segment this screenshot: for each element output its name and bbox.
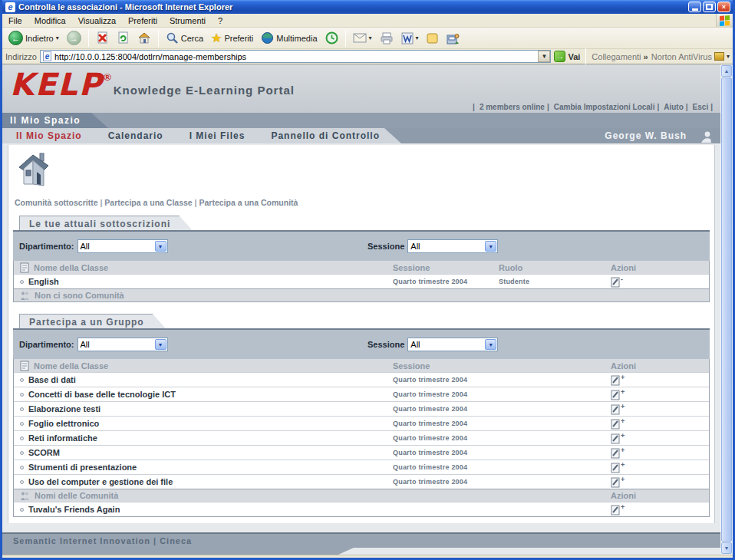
class-link[interactable]: Strumenti di presentazione xyxy=(28,463,137,472)
class-row: SCORM Quarto trimestre 2004 + xyxy=(14,445,709,460)
department-select[interactable]: All ▼ xyxy=(77,239,168,253)
department-select[interactable]: All ▼ xyxy=(77,338,168,351)
session-link[interactable]: 2 members online xyxy=(477,103,547,111)
menu-file[interactable]: File xyxy=(2,15,28,27)
class-link[interactable]: English xyxy=(28,277,59,286)
class-row: Uso del computer e gestione dei file Qua… xyxy=(14,474,709,489)
unsubscribe-action-icon[interactable]: - xyxy=(611,276,623,288)
media-globe-icon xyxy=(261,31,274,44)
tab-i-miei-files[interactable]: I Miei Files xyxy=(190,130,246,141)
subscribe-action-icon[interactable]: + xyxy=(611,504,625,516)
tab-pannello-di-controllo[interactable]: Pannello di Controllo xyxy=(271,130,380,141)
favorites-button[interactable]: ★ Preferiti xyxy=(208,29,256,47)
browser-toolbar: ← Indietro ▾ → Cerca ★ Preferiti Multime… xyxy=(2,28,733,49)
subscriptions-title: Le tue attuali sottoscrizioni xyxy=(19,216,193,231)
search-button[interactable]: Cerca xyxy=(163,30,206,46)
vertical-scrollbar[interactable]: ▲ ▼ xyxy=(720,64,733,555)
web-page: KELP® Knowledge E-Learning Portal 2 memb… xyxy=(2,64,720,555)
class-link[interactable]: Reti informatiche xyxy=(28,433,97,443)
edit-word-button[interactable]: ▾ xyxy=(398,31,422,46)
class-link[interactable]: Base di dati xyxy=(28,375,76,384)
subscribe-action-icon[interactable]: + xyxy=(611,476,625,488)
menu-modifica[interactable]: Modifica xyxy=(28,15,72,27)
breadcrumb-link[interactable]: Comunità sottoscritte xyxy=(15,198,98,207)
class-list-icon xyxy=(20,361,29,371)
back-button[interactable]: ← Indietro ▾ xyxy=(5,29,62,47)
toolbar-separator xyxy=(88,30,89,47)
community-link[interactable]: Tuvalu's Friends Again xyxy=(28,505,120,514)
address-dropdown-icon[interactable]: ▼ xyxy=(538,51,550,62)
subscribe-action-icon[interactable]: + xyxy=(611,433,625,444)
page-icon: e xyxy=(43,51,51,61)
forward-button[interactable]: → xyxy=(64,29,84,47)
address-url: http://10.0.0.125:8004/dotlrn/manage-mem… xyxy=(54,52,246,61)
class-row: Reti informatiche Quarto trimestre 2004 … xyxy=(14,430,709,445)
menu-preferiti[interactable]: Preferiti xyxy=(122,15,163,27)
class-row: Base di dati Quarto trimestre 2004 + xyxy=(14,372,709,387)
session-link[interactable]: Cambia Impostazioni Locali xyxy=(552,103,658,111)
subscribe-action-icon[interactable]: + xyxy=(611,404,625,415)
media-button[interactable]: Multimedia xyxy=(258,30,320,46)
scroll-up-icon[interactable]: ▲ xyxy=(721,65,732,77)
session-select[interactable]: All ▼ xyxy=(407,239,498,253)
session-link[interactable]: Aiuto xyxy=(661,103,686,111)
main-content: Comunità sottoscrittePartecipa a una Cla… xyxy=(8,145,715,523)
messenger-button[interactable] xyxy=(443,31,463,46)
scrollbar-thumb[interactable] xyxy=(721,77,732,542)
history-button[interactable] xyxy=(322,30,341,46)
scroll-down-icon[interactable]: ▼ xyxy=(721,542,732,554)
session-select[interactable]: All ▼ xyxy=(407,338,498,351)
subscribe-action-icon[interactable]: + xyxy=(611,374,625,386)
session-link[interactable]: Esci xyxy=(691,103,711,111)
class-link[interactable]: Uso del computer e gestione dei file xyxy=(28,477,173,486)
stop-button[interactable] xyxy=(93,30,112,46)
mail-dropdown-icon[interactable]: ▾ xyxy=(369,35,372,41)
print-button[interactable] xyxy=(377,31,397,46)
subscribe-action-icon[interactable]: + xyxy=(611,389,625,400)
house-icon[interactable] xyxy=(15,150,54,189)
class-row: Foglio elettronico Quarto trimestre 2004… xyxy=(14,416,709,430)
subscribe-action-icon[interactable]: + xyxy=(611,418,625,430)
links-button[interactable]: Collegamenti » xyxy=(592,52,648,61)
select-arrow-icon[interactable]: ▼ xyxy=(485,339,496,350)
breadcrumb-link[interactable]: Partecipa a una Comunità xyxy=(199,198,298,207)
go-button[interactable]: → Vai xyxy=(554,51,580,62)
address-input[interactable]: e http://10.0.0.125:8004/dotlrn/manage-m… xyxy=(40,50,551,63)
norton-dropdown-icon[interactable]: ▾ xyxy=(727,53,730,60)
back-dropdown-icon[interactable]: ▾ xyxy=(56,35,59,41)
department-label: Dipartimento: xyxy=(19,242,74,251)
tab-calendario[interactable]: Calendario xyxy=(108,130,163,141)
class-link[interactable]: Concetti di base delle tecnologie ICT xyxy=(28,390,176,399)
breadcrumb-link[interactable]: Partecipa a una Classe xyxy=(104,198,192,207)
home-button[interactable] xyxy=(134,30,154,46)
maximize-button[interactable] xyxy=(703,2,716,12)
bullet-icon xyxy=(20,508,24,512)
select-arrow-icon[interactable]: ▼ xyxy=(155,339,166,350)
addressbar-separator xyxy=(585,48,586,65)
class-link[interactable]: SCORM xyxy=(28,448,60,457)
mail-button[interactable]: ▾ xyxy=(350,31,375,44)
menu-visualizza[interactable]: Visualizza xyxy=(72,15,122,27)
tab-il-mio-spazio[interactable]: Il Mio Spazio xyxy=(16,130,82,141)
class-link[interactable]: Foglio elettronico xyxy=(28,419,99,428)
edit-dropdown-icon[interactable]: ▾ xyxy=(416,35,419,41)
discuss-button[interactable] xyxy=(424,31,442,46)
browser-window: e Controlla le associazioni - Microsoft … xyxy=(0,0,735,560)
close-button[interactable]: × xyxy=(717,2,730,12)
session-label: Sessione xyxy=(368,242,404,251)
norton-antivirus-button[interactable]: Norton AntiVirus ▾ xyxy=(651,52,730,61)
no-communities-row: Non ci sono Comunità xyxy=(14,288,709,301)
select-arrow-icon[interactable]: ▼ xyxy=(485,241,496,252)
minimize-button[interactable] xyxy=(688,2,701,12)
refresh-button[interactable] xyxy=(114,30,133,46)
subscriptions-filter-bar: Dipartimento: All ▼ Sessione All ▼ xyxy=(13,230,710,261)
bullet-icon xyxy=(20,407,24,411)
class-link[interactable]: Elaborazione testi xyxy=(28,404,101,413)
subscribe-action-icon[interactable]: + xyxy=(611,462,625,473)
subscribe-action-icon[interactable]: + xyxy=(611,447,625,459)
bullet-icon xyxy=(20,436,24,440)
menu-help[interactable]: ? xyxy=(212,15,229,27)
select-arrow-icon[interactable]: ▼ xyxy=(155,241,166,252)
menu-strumenti[interactable]: Strumenti xyxy=(163,15,212,27)
norton-icon xyxy=(714,52,724,61)
